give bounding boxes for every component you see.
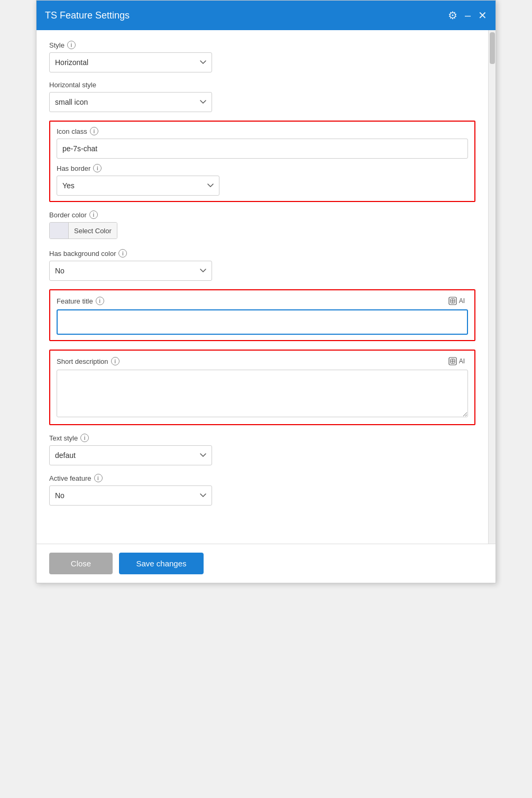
short-description-group: Short description i AI [57, 356, 468, 419]
scrollbar-thumb[interactable] [490, 32, 495, 64]
active-feature-group: Active feature i No [49, 474, 475, 506]
short-description-ai-button[interactable]: AI [445, 356, 468, 366]
save-button[interactable]: Save changes [119, 553, 204, 574]
minimize-icon[interactable]: – [465, 10, 471, 22]
window-title: TS Feature Settings [45, 10, 130, 21]
short-desc-ai-icon [448, 357, 457, 365]
active-feature-info-icon[interactable]: i [94, 474, 103, 482]
text-style-group: Text style i defaut [49, 434, 475, 465]
style-info-icon[interactable]: i [67, 41, 76, 49]
feature-title-header: Feature title i AI [57, 296, 468, 306]
style-group: Style i Horizontal [49, 41, 475, 72]
has-border-select[interactable]: Yes [57, 176, 219, 196]
ai-icon [448, 297, 457, 305]
has-border-group: Has border i Yes [57, 164, 468, 196]
select-color-label: Select Color [69, 223, 117, 239]
scroll-container: Style i Horizontal Horizontal style smal… [36, 30, 496, 544]
color-swatch [50, 222, 69, 239]
horizontal-style-label: Horizontal style [49, 81, 475, 89]
has-border-label: Has border i [57, 164, 468, 172]
active-feature-select[interactable]: No [49, 485, 212, 506]
has-bg-color-select[interactable]: No [49, 261, 212, 281]
gear-icon[interactable]: ⚙ [448, 9, 457, 22]
icon-class-group: Icon class i [57, 127, 468, 159]
feature-title-input[interactable] [57, 309, 468, 335]
footer: Close Save changes [36, 544, 496, 583]
icon-class-info-icon[interactable]: i [90, 127, 98, 135]
window-controls: ⚙ – ✕ [448, 9, 487, 22]
style-label: Style i [49, 41, 475, 49]
feature-title-group: Feature title i AI [57, 296, 468, 335]
icon-border-section: Icon class i Has border i Yes [49, 121, 475, 202]
style-select[interactable]: Horizontal [49, 52, 212, 72]
scrollbar-track [488, 30, 496, 544]
icon-class-label: Icon class i [57, 127, 468, 135]
icon-class-input[interactable] [57, 139, 468, 159]
has-bg-color-info-icon[interactable]: i [118, 249, 127, 258]
title-bar: TS Feature Settings ⚙ – ✕ [36, 1, 496, 30]
horizontal-style-group: Horizontal style small icon [49, 81, 475, 112]
feature-title-label: Feature title i [57, 297, 104, 305]
border-color-group: Border color i Select Color [49, 210, 475, 241]
border-color-info-icon[interactable]: i [89, 210, 98, 219]
short-description-info-icon[interactable]: i [111, 357, 120, 365]
short-description-label: Short description i [57, 357, 120, 365]
settings-window: TS Feature Settings ⚙ – ✕ Style i Horizo… [36, 0, 496, 583]
content-area: Style i Horizontal Horizontal style smal… [36, 30, 488, 544]
close-button[interactable]: Close [49, 553, 113, 574]
horizontal-style-select[interactable]: small icon [49, 92, 212, 112]
has-bg-color-group: Has background color i No [49, 249, 475, 281]
close-icon[interactable]: ✕ [478, 9, 487, 22]
active-feature-label: Active feature i [49, 474, 475, 482]
feature-title-info-icon[interactable]: i [96, 297, 104, 305]
has-bg-color-label: Has background color i [49, 249, 475, 258]
text-style-select[interactable]: defaut [49, 445, 212, 465]
border-color-picker[interactable]: Select Color [49, 222, 117, 239]
short-description-header: Short description i AI [57, 356, 468, 366]
feature-title-ai-button[interactable]: AI [445, 296, 468, 306]
has-border-info-icon[interactable]: i [93, 164, 102, 172]
text-style-label: Text style i [49, 434, 475, 442]
short-description-section: Short description i AI [49, 350, 475, 425]
text-style-info-icon[interactable]: i [80, 434, 89, 442]
short-description-textarea[interactable] [57, 370, 468, 417]
feature-title-section: Feature title i AI [49, 289, 475, 341]
border-color-label: Border color i [49, 210, 475, 219]
